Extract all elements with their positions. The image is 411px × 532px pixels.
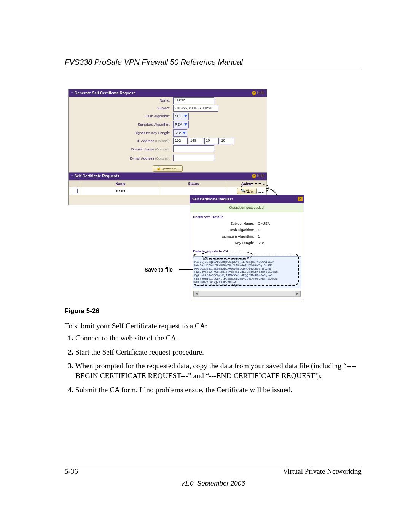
generate-button[interactable]: 🔒generate... <box>153 165 183 172</box>
cert-details-heading: Certificate Details <box>190 212 304 220</box>
det-subject-v: C=USA <box>256 221 303 227</box>
ip-oct4[interactable]: 10 <box>220 138 234 144</box>
sigalg-select[interactable]: RSA <box>173 121 189 128</box>
close-icon[interactable]: × <box>298 197 303 201</box>
generate-cert-panel: ≡ Generate Self Certificate Request ?hel… <box>68 89 267 176</box>
popup-title: Self Certificate Request <box>192 197 233 201</box>
panel2-titlebar: ≡ Self Certificate Requests ?help <box>69 173 267 180</box>
steps-list: Connect to the web site of the CA. Start… <box>65 333 362 395</box>
pem-scrollbar[interactable]: ◄ ► <box>193 291 301 297</box>
callout-circle-heading <box>202 252 253 259</box>
doc-header-title: FVS338 ProSafe VPN Firewall 50 Reference… <box>65 57 362 67</box>
requests-table: Name Status Action Tester 0 🔍view <box>69 180 267 196</box>
step-3: When prompted for the requested data, co… <box>75 361 362 381</box>
row-name: Tester <box>81 187 160 195</box>
subject-input[interactable]: C=USA, ST=CA, L=San <box>173 105 218 112</box>
name-input[interactable]: Tester <box>173 97 214 104</box>
keylen-select[interactable]: 512 <box>173 129 187 137</box>
scroll-right-icon[interactable]: ► <box>295 291 301 296</box>
panel1-titlebar: ≡ Generate Self Certificate Request ?hel… <box>69 89 267 97</box>
popup-status: Operation succeeded. <box>190 203 304 212</box>
ip-oct2[interactable]: 168 <box>189 138 203 144</box>
keylen-label: Signature Key Length: <box>69 129 172 137</box>
det-hash-k: Hash Algorithm: <box>191 227 256 233</box>
sigalg-label: Signature Algorithm: <box>69 121 172 129</box>
section-name: Virtual Private Networking <box>283 466 362 476</box>
panel1-title: Generate Self Certificate Request <box>75 91 135 95</box>
intro-text: To submit your Self Certificate request … <box>65 321 362 331</box>
popup-titlebar: Self Certificate Request × <box>190 195 304 203</box>
row-status: 0 <box>160 187 227 195</box>
figure-caption: Figure 5-26 <box>65 307 362 316</box>
step-1: Connect to the web site of the CA. <box>75 333 362 343</box>
help-icon: ? <box>252 174 256 178</box>
panel1-help-link[interactable]: ?help <box>252 90 264 96</box>
scroll-left-icon[interactable]: ◄ <box>193 291 199 296</box>
figure-area: ≡ Generate Self Certificate Request ?hel… <box>65 89 362 302</box>
cert-form: Name: Tester Subject: C=USA, ST=CA, L=Sa… <box>69 97 267 176</box>
panel2-title: Self Certificate Requests <box>75 174 119 178</box>
subject-label: Subject: <box>69 105 172 112</box>
save-to-file-label: Save to file <box>145 266 173 273</box>
doc-version: v1.0, September 2006 <box>65 479 362 488</box>
col-status: Status <box>160 180 227 187</box>
row-checkbox[interactable] <box>73 189 78 193</box>
cert-details-table: Subject Name:C=USA Hash Algorithm:1 sign… <box>190 220 304 246</box>
ip-label: IP Address (Optional): <box>69 137 172 145</box>
name-label: Name: <box>69 97 172 105</box>
hash-select[interactable]: MD5 <box>173 113 189 120</box>
domain-input[interactable] <box>173 145 214 152</box>
email-label: E-mail Address (Optional): <box>69 154 172 163</box>
generate-icon: 🔒 <box>156 166 161 170</box>
det-hash-v: 1 <box>256 227 303 233</box>
det-subject-k: Subject Name: <box>191 221 256 227</box>
page-number: 5-36 <box>65 466 78 476</box>
hash-label: Hash Algorithm: <box>69 112 172 121</box>
col-name: Name <box>81 180 160 187</box>
step-4: Submit the CA form. If no problems ensue… <box>75 385 362 395</box>
domain-label: Domain Name (Optional): <box>69 145 172 154</box>
header-rule <box>65 70 362 70</box>
ip-oct3[interactable]: 10 <box>204 138 219 144</box>
help-icon: ? <box>252 91 256 95</box>
callout-line-save <box>179 269 193 270</box>
det-key-k: Key Length: <box>191 240 256 246</box>
callout-arrow-view <box>264 187 280 197</box>
panel2-help-link[interactable]: ?help <box>252 173 264 179</box>
ip-oct1[interactable]: 192 <box>173 138 188 144</box>
det-sig-v: 1 <box>256 234 303 240</box>
table-row: Tester 0 🔍view <box>69 187 267 195</box>
det-sig-k: signature Algorithm: <box>191 234 256 240</box>
step-2: Start the Self Certificate request proce… <box>75 347 362 357</box>
page-footer: 5-36 Virtual Private Networking v1.0, Se… <box>65 466 362 488</box>
det-key-v: 512 <box>256 240 303 246</box>
email-input[interactable] <box>173 155 214 161</box>
